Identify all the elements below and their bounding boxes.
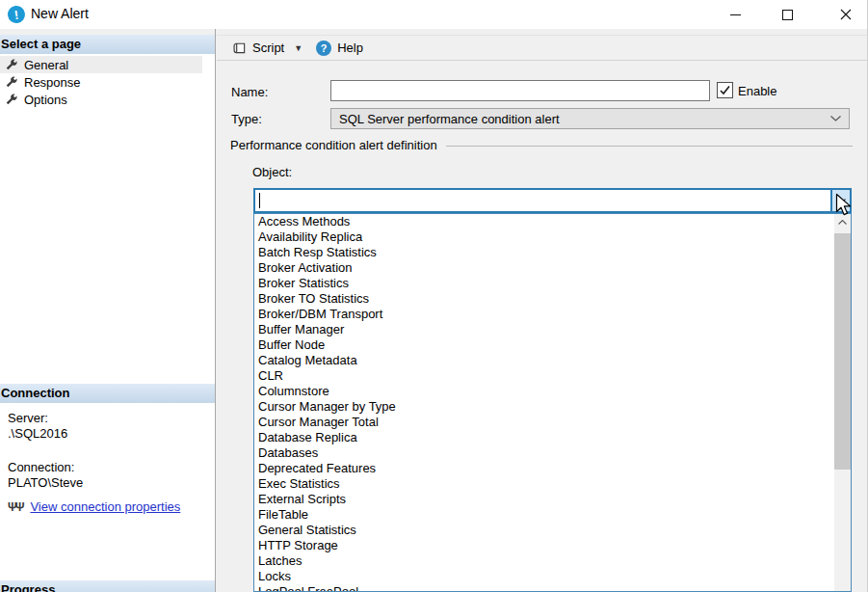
list-item[interactable]: Catalog Metadata xyxy=(254,353,834,368)
type-label: Type: xyxy=(231,112,262,126)
sidebar-item-options[interactable]: Options xyxy=(0,91,202,108)
list-item[interactable]: Databases xyxy=(254,445,834,461)
dropdown-scrollbar[interactable] xyxy=(834,214,851,591)
name-input[interactable] xyxy=(330,80,710,101)
sidebar-item-label: General xyxy=(24,58,68,72)
help-button[interactable]: ? Help xyxy=(312,39,367,58)
object-label: Object: xyxy=(252,165,292,179)
maximize-icon xyxy=(782,10,793,20)
list-item[interactable]: Batch Resp Statistics xyxy=(254,245,834,260)
connection-label: Connection: xyxy=(8,460,74,474)
sidebar-item-general[interactable]: General xyxy=(0,56,202,73)
list-item[interactable]: Database Replica xyxy=(254,430,834,445)
window-title: New Alert xyxy=(31,6,89,21)
view-connection-properties-link[interactable]: View connection properties xyxy=(30,499,180,514)
sidebar-item-label: Options xyxy=(24,93,67,107)
connection-value: PLATO\Steve xyxy=(8,475,83,490)
chevron-up-icon xyxy=(838,220,847,225)
list-item[interactable]: Buffer Node xyxy=(254,337,834,353)
script-icon xyxy=(232,40,247,55)
select-a-page-header: Select a page xyxy=(0,35,215,54)
list-item[interactable]: FileTable xyxy=(254,507,834,523)
list-item[interactable]: Buffer Manager xyxy=(254,322,834,337)
list-item[interactable]: LogPool FreePool xyxy=(254,584,834,591)
script-button[interactable]: Script xyxy=(228,39,288,57)
list-item[interactable]: Columnstore xyxy=(254,384,834,399)
sidebar-item-response[interactable]: Response xyxy=(0,73,202,91)
list-item[interactable]: General Statistics xyxy=(254,523,834,538)
server-value: .\SQL2016 xyxy=(8,426,67,441)
list-item[interactable]: Deprecated Features xyxy=(254,461,834,476)
section-label: Performance condition alert definition xyxy=(230,138,437,152)
script-dropdown-arrow[interactable]: ▼ xyxy=(294,43,302,53)
connection-header: Connection xyxy=(0,384,215,403)
titlebar: ! New Alert xyxy=(0,0,868,29)
list-item[interactable]: Broker/DBM Transport xyxy=(254,307,834,322)
list-item[interactable]: Access Methods xyxy=(254,214,834,229)
list-item[interactable]: Latches xyxy=(254,553,834,569)
script-button-label: Script xyxy=(252,40,284,55)
help-button-label: Help xyxy=(337,40,363,55)
object-dropdown-list-items: Access MethodsAvailability ReplicaBatch … xyxy=(254,214,834,591)
name-label: Name: xyxy=(231,85,268,99)
list-item[interactable]: External Scripts xyxy=(254,492,834,507)
wrench-icon xyxy=(6,94,17,105)
type-combobox[interactable]: SQL Server performance condition alert xyxy=(330,108,850,129)
sidebar-item-label: Response xyxy=(24,75,81,90)
enable-checkbox[interactable] xyxy=(717,82,733,98)
list-item[interactable]: Locks xyxy=(254,569,834,584)
list-item[interactable]: Broker TO Statistics xyxy=(254,291,834,307)
text-caret xyxy=(259,193,260,208)
maximize-button[interactable] xyxy=(765,0,809,29)
minimize-button[interactable] xyxy=(713,0,757,29)
help-icon: ? xyxy=(316,40,331,56)
chevron-down-icon xyxy=(830,116,841,121)
pane-divider xyxy=(215,29,216,592)
minimize-icon xyxy=(730,14,741,15)
list-item[interactable]: Cursor Manager by Type xyxy=(254,399,834,415)
section-divider-line xyxy=(446,146,853,147)
wrench-icon xyxy=(6,76,17,88)
select-page-panel: Select a page General Response Options C… xyxy=(0,35,215,592)
checkmark-icon xyxy=(719,84,731,96)
list-item[interactable]: CLR xyxy=(254,368,834,384)
list-item[interactable]: Availability Replica xyxy=(254,229,834,245)
enable-label: Enable xyxy=(738,84,776,98)
object-combobox-input[interactable] xyxy=(253,188,852,213)
mouse-cursor xyxy=(835,193,853,218)
list-item[interactable]: HTTP Storage xyxy=(254,538,834,553)
connection-properties-icon: ΨΨ xyxy=(8,500,22,514)
close-icon xyxy=(840,9,852,20)
close-button[interactable] xyxy=(824,0,868,29)
performance-condition-section: Performance condition alert definition xyxy=(230,138,853,152)
wrench-icon xyxy=(6,59,17,70)
object-dropdown-list: Access MethodsAvailability ReplicaBatch … xyxy=(253,213,852,592)
alert-icon: ! xyxy=(7,5,26,24)
toolbar: Script ▼ ? Help xyxy=(217,35,868,61)
list-item[interactable]: Exec Statistics xyxy=(254,476,834,492)
scrollbar-thumb[interactable] xyxy=(834,233,851,470)
list-item[interactable]: Cursor Manager Total xyxy=(254,415,834,430)
server-label: Server: xyxy=(8,411,48,425)
progress-header: Progress xyxy=(0,580,215,592)
list-item[interactable]: Broker Activation xyxy=(254,260,834,276)
new-alert-dialog: ! New Alert Select a page General Respon… xyxy=(0,0,868,592)
type-selected-value: SQL Server performance condition alert xyxy=(339,112,830,126)
list-item[interactable]: Broker Statistics xyxy=(254,276,834,291)
